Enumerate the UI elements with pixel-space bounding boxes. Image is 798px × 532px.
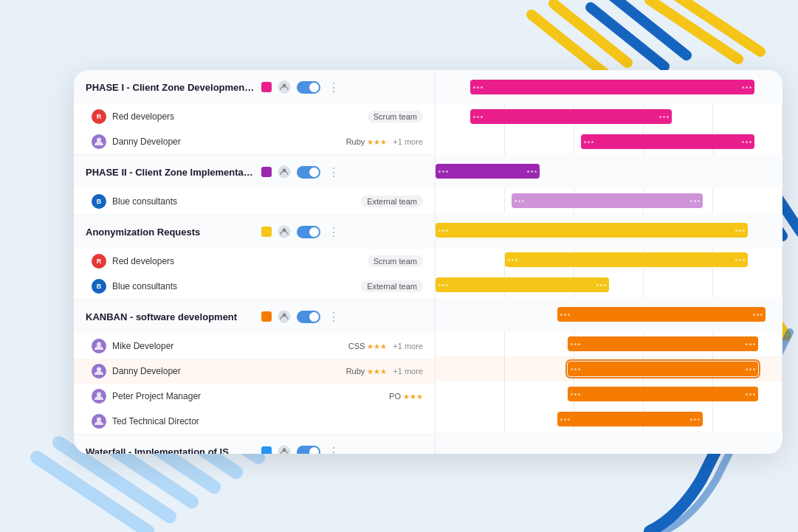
phase-color-dot-3 — [261, 311, 272, 322]
phase-color-dot-1 — [261, 167, 272, 177]
gantt-sub-row-3-1 — [436, 356, 782, 381]
phase-dots-menu-1[interactable]: ⋮ — [325, 165, 343, 179]
member-avatar-1-0: B — [92, 194, 106, 209]
svg-line-7 — [554, 4, 627, 63]
gantt-sub-row-1-0 — [436, 188, 782, 213]
phase-color-dot-0 — [261, 82, 272, 92]
phase-avatar-1 — [276, 164, 292, 180]
gantt-rows — [436, 70, 782, 454]
gantt-phase-row-1 — [436, 154, 782, 188]
phase-group-1: PHASE II - Client Zone Implementati... ⋮… — [74, 155, 435, 215]
gantt-sub-row-3-0 — [436, 331, 782, 356]
phase-header-1: PHASE II - Client Zone Implementati... ⋮ — [74, 155, 435, 189]
svg-line-9 — [613, 0, 687, 55]
member-row-2-1: B Blue consultants External team — [74, 274, 435, 299]
left-panel: PHASE I - Client Zone Development ... ⋮ … — [74, 70, 436, 454]
member-avatar-0-0: R — [92, 109, 106, 124]
gantt-bar-phase-3[interactable] — [557, 307, 766, 322]
gantt-sub-row-3-3 — [436, 407, 782, 432]
member-name-3-0: Mike Developer — [112, 341, 343, 351]
member-name-2-1: Blue consultants — [112, 281, 355, 291]
gantt-sub-row-0-1 — [436, 129, 782, 154]
phase-color-dot-4 — [261, 446, 272, 454]
gantt-phase-row-2 — [436, 213, 782, 247]
plus-more-3-0: +1 more — [393, 342, 423, 350]
member-name-0-1: Danny Developer — [112, 137, 340, 147]
member-name-3-3: Ted Technical Director — [112, 416, 423, 426]
member-row-3-2: Peter Project Manager PO ★★★ — [74, 384, 435, 409]
gantt-bar-phase-0[interactable] — [470, 80, 754, 94]
phase-toggle-3[interactable] — [297, 311, 320, 323]
gantt-panel — [436, 70, 782, 454]
svg-point-23 — [97, 367, 101, 372]
gantt-bar-sub-3-2[interactable] — [568, 387, 759, 401]
svg-line-1 — [59, 443, 170, 517]
phase-controls-0: ⋮ — [261, 79, 343, 95]
svg-point-24 — [97, 393, 101, 397]
phase-dots-menu-0[interactable]: ⋮ — [325, 80, 343, 94]
gantt-bar-sub-3-0[interactable] — [568, 336, 759, 351]
phase-group-2: Anonymization Requests ⋮ R Red developer… — [74, 215, 435, 300]
member-tag-2-0: Scrum team — [368, 255, 423, 267]
phase-header-4: Waterfall - Implementation of IS ⋮ — [74, 435, 435, 454]
gantt-bar-phase-1[interactable] — [436, 164, 540, 179]
phase-dots-menu-4[interactable]: ⋮ — [325, 445, 343, 455]
phase-controls-4: ⋮ — [261, 443, 343, 454]
phase-title-2: Anonymization Requests — [86, 227, 255, 238]
phase-avatar-0 — [276, 79, 292, 95]
skill-3-2: PO ★★★ — [389, 392, 423, 401]
main-card: PHASE I - Client Zone Development ... ⋮ … — [74, 70, 782, 454]
gantt-phase-row-0 — [436, 70, 782, 104]
gantt-bar-sub-2-1[interactable] — [436, 277, 609, 292]
svg-line-0 — [37, 457, 148, 531]
svg-point-22 — [97, 342, 101, 347]
gantt-bar-sub-0-1[interactable] — [581, 134, 754, 149]
gantt-sub-row-0-0 — [436, 104, 782, 129]
gantt-bar-sub-3-3[interactable] — [557, 412, 703, 426]
plus-more-0-1: +1 more — [393, 137, 423, 146]
gantt-bar-sub-3-1[interactable] — [568, 362, 759, 376]
phase-toggle-0[interactable] — [297, 81, 320, 94]
member-name-3-2: Peter Project Manager — [112, 391, 383, 401]
plus-more-3-1: +1 more — [393, 367, 423, 376]
skill-0-1: Ruby ★★★ — [346, 137, 388, 146]
svg-line-6 — [532, 15, 605, 74]
gantt-bar-phase-2[interactable] — [436, 223, 748, 238]
phase-toggle-1[interactable] — [297, 166, 320, 179]
skill-3-0: CSS ★★★ — [348, 342, 388, 350]
skill-3-1: Ruby ★★★ — [346, 367, 388, 376]
phase-group-4: Waterfall - Implementation of IS ⋮ B Blu… — [74, 435, 435, 454]
phase-dots-menu-3[interactable]: ⋮ — [325, 310, 343, 324]
phase-avatar-4 — [276, 443, 292, 454]
gantt-phase-row-3 — [436, 297, 782, 331]
member-avatar-3-2 — [92, 389, 106, 404]
phase-controls-1: ⋮ — [261, 164, 343, 180]
phase-header-3: KANBAN - software development ⋮ — [74, 300, 435, 334]
gantt-bar-sub-0-0[interactable] — [470, 109, 672, 124]
member-row-3-0: Mike Developer CSS ★★★ +1 more — [74, 334, 435, 359]
phase-avatar-2 — [276, 224, 292, 240]
member-row-3-1: Danny Developer Ruby ★★★ +1 more — [74, 359, 435, 384]
member-name-0-0: Red developers — [112, 111, 362, 122]
svg-line-10 — [650, 0, 738, 59]
phase-group-3: KANBAN - software development ⋮ Mike Dev… — [74, 300, 435, 435]
phase-toggle-4[interactable] — [297, 446, 320, 455]
phase-dots-menu-2[interactable]: ⋮ — [325, 225, 343, 239]
gantt-sub-row-2-1 — [436, 272, 782, 297]
gantt-sub-row-3-2 — [436, 381, 782, 407]
member-tag-0-0: Scrum team — [368, 111, 423, 122]
phase-avatar-3 — [276, 308, 292, 325]
phase-header-2: Anonymization Requests ⋮ — [74, 215, 435, 249]
phase-title-1: PHASE II - Client Zone Implementati... — [86, 167, 255, 178]
gantt-bar-sub-1-0[interactable] — [512, 193, 703, 208]
member-row-0-0: R Red developers Scrum team — [74, 104, 435, 129]
gantt-bar-sub-2-0[interactable] — [505, 252, 748, 267]
member-row-3-3: Ted Technical Director — [74, 409, 435, 434]
member-avatar-2-0: R — [92, 254, 106, 269]
phase-toggle-2[interactable] — [297, 226, 320, 238]
phase-group-0: PHASE I - Client Zone Development ... ⋮ … — [74, 70, 435, 155]
svg-line-11 — [672, 0, 760, 52]
phase-title-4: Waterfall - Implementation of IS — [86, 446, 255, 455]
member-row-2-0: R Red developers Scrum team — [74, 249, 435, 274]
member-name-3-1: Danny Developer — [112, 366, 340, 376]
